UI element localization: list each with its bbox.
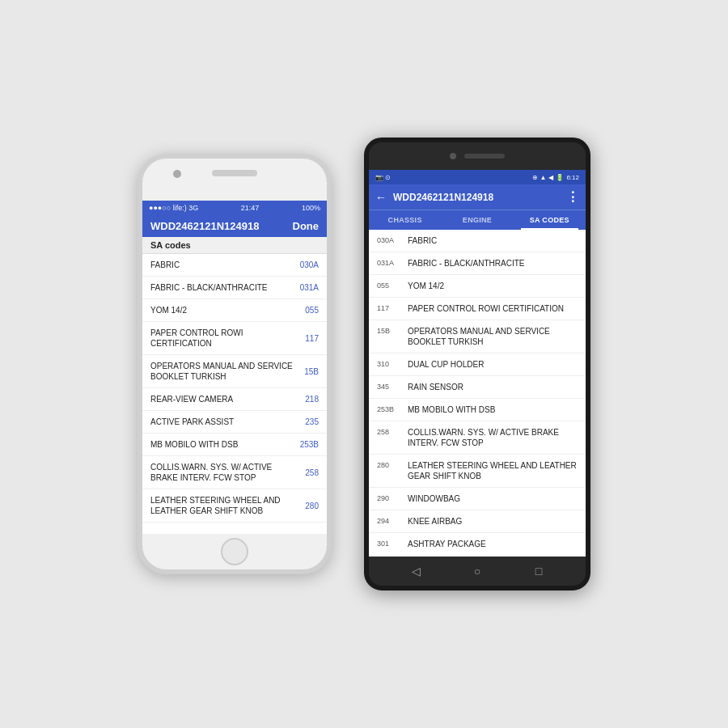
android-item-code: 031A <box>377 258 401 267</box>
android-list-item[interactable]: 290 WINDOWBAG <box>369 488 586 510</box>
android-list-item[interactable]: 030A FABRIC <box>369 230 586 252</box>
android-list-item[interactable]: 310 DUAL CUP HOLDER <box>369 353 586 376</box>
android-item-label: WINDOWBAG <box>408 493 460 504</box>
android-list-item[interactable]: 055 YOM 14/2 <box>369 275 586 298</box>
android-item-label: LEATHER STEERING WHEEL AND LEATHER GEAR … <box>408 460 578 481</box>
ios-item-label: COLLIS.WARN. SYS. W/ ACTIVE BRAKE INTERV… <box>150 462 305 483</box>
android-tab-chassis[interactable]: CHASSIS <box>369 210 441 230</box>
android-tab-sa-codes[interactable]: SA CODES <box>514 210 586 230</box>
android-screen: 📷 ⊙ ⊕ ▲ ◀ 🔋 6:12 ← WDD2462121N124918 ⋮ C… <box>369 170 586 557</box>
android-item-label: OPERATORS MANUAL AND SERVICE BOOKLET TUR… <box>408 326 578 347</box>
ios-item-label: LEATHER STEERING WHEEL AND LEATHER GEAR … <box>150 495 305 516</box>
android-list-item[interactable]: 031A FABRIC - BLACK/ANTHRACITE <box>369 252 586 275</box>
android-list-item[interactable]: 117 PAPER CONTROL ROWI CERTIFICATION <box>369 298 586 320</box>
ios-list-item[interactable]: FABRIC - BLACK/ANTHRACITE 031A <box>142 277 327 299</box>
ios-item-label: YOM 14/2 <box>150 305 305 315</box>
android-item-code: 345 <box>377 382 401 391</box>
android-back-button[interactable]: ← <box>375 191 387 204</box>
ios-top-bar <box>142 159 327 201</box>
ios-status-bar: ●●●○○ life:) 3G 21:47 100% <box>142 201 327 215</box>
android-item-code: 310 <box>377 359 401 368</box>
ios-list-item[interactable]: LEATHER STEERING WHEEL AND LEATHER GEAR … <box>142 489 327 523</box>
ios-done-button[interactable]: Done <box>293 220 320 232</box>
android-list-item[interactable]: 15B OPERATORS MANUAL AND SERVICE BOOKLET… <box>369 320 586 353</box>
ios-item-code: 280 <box>305 502 319 510</box>
ios-item-code: 218 <box>305 395 319 404</box>
android-item-code: 030A <box>377 235 401 244</box>
ios-item-code: 117 <box>305 334 319 343</box>
ios-header: WDD2462121N124918 Done <box>142 215 327 237</box>
android-time: 6:12 <box>566 174 579 181</box>
android-speaker <box>464 154 505 159</box>
android-back-nav[interactable]: ◁ <box>404 565 428 578</box>
android-item-code: 301 <box>377 539 401 548</box>
android-more-button[interactable]: ⋮ <box>566 189 579 205</box>
ios-time: 21:47 <box>241 204 260 212</box>
ios-list-item[interactable]: REAR-VIEW CAMERA 218 <box>142 388 327 411</box>
android-phone: 📷 ⊙ ⊕ ▲ ◀ 🔋 6:12 ← WDD2462121N124918 ⋮ C… <box>364 138 590 590</box>
ios-list-item[interactable]: YOM 14/2 055 <box>142 299 327 322</box>
android-item-label: RAIN SENSOR <box>408 382 463 392</box>
ios-item-label: FABRIC - BLACK/ANTHRACITE <box>150 282 300 293</box>
ios-list-item[interactable]: MB MOBILO WITH DSB 253B <box>142 434 327 456</box>
android-item-code: 117 <box>377 303 401 312</box>
android-item-label: DUAL CUP HOLDER <box>408 359 484 370</box>
ios-list: FABRIC 030A FABRIC - BLACK/ANTHRACITE 03… <box>142 254 327 534</box>
android-list-item[interactable]: 258 COLLIS.WARN. SYS. W/ ACTIVE BRAKE IN… <box>369 421 586 455</box>
android-item-label: PAPER CONTROL ROWI CERTIFICATION <box>408 303 564 314</box>
android-item-label: COLLIS.WARN. SYS. W/ ACTIVE BRAKE INTERV… <box>408 427 578 448</box>
ios-home-bar <box>142 534 327 569</box>
android-item-code: 294 <box>377 516 401 525</box>
android-item-code: 253B <box>377 404 401 413</box>
android-list-item[interactable]: 253B MB MOBILO WITH DSB <box>369 399 586 421</box>
ios-item-label: OPERATORS MANUAL AND SERVICE BOOKLET TUR… <box>150 361 304 382</box>
android-list-item[interactable]: 280 LEATHER STEERING WHEEL AND LEATHER G… <box>369 455 586 488</box>
android-item-code: 280 <box>377 460 401 469</box>
ios-item-label: FABRIC <box>150 260 300 270</box>
android-status-bar: 📷 ⊙ ⊕ ▲ ◀ 🔋 6:12 <box>369 170 586 184</box>
ios-section-header: SA codes <box>142 237 327 254</box>
ios-phone: ●●●○○ life:) 3G 21:47 100% WDD2462121N12… <box>138 154 332 574</box>
android-bottom-nav: ◁ ○ □ <box>369 557 586 586</box>
android-item-label: KNEE AIRBAG <box>408 516 462 527</box>
android-item-label: ASHTRAY PACKAGE <box>408 539 486 549</box>
android-tabs: CHASSISENGINESA CODES <box>369 210 586 230</box>
ios-item-code: 15B <box>304 367 319 376</box>
android-list-item[interactable]: 345 RAIN SENSOR <box>369 376 586 399</box>
android-item-label: MB MOBILO WITH DSB <box>408 404 495 415</box>
android-item-label: YOM 14/2 <box>408 281 444 291</box>
android-tab-engine[interactable]: ENGINE <box>441 210 513 230</box>
android-recent-nav[interactable]: □ <box>527 565 551 578</box>
android-item-code: 055 <box>377 281 401 290</box>
ios-item-code: 031A <box>300 283 319 292</box>
ios-list-item[interactable]: OPERATORS MANUAL AND SERVICE BOOKLET TUR… <box>142 355 327 388</box>
ios-item-code: 030A <box>300 260 319 269</box>
ios-list-item[interactable]: COLLIS.WARN. SYS. W/ ACTIVE BRAKE INTERV… <box>142 456 327 489</box>
android-header: ← WDD2462121N124918 ⋮ <box>369 184 586 210</box>
ios-list-item[interactable]: PAPER CONTROL ROWI CERTIFICATION 117 <box>142 322 327 355</box>
android-home-nav[interactable]: ○ <box>465 565 489 578</box>
ios-list-item[interactable]: FABRIC 030A <box>142 254 327 277</box>
ios-battery: 100% <box>302 204 320 212</box>
android-camera <box>450 153 456 159</box>
android-top-bezel <box>369 142 586 170</box>
ios-item-code: 055 <box>305 306 319 315</box>
ios-item-label: PAPER CONTROL ROWI CERTIFICATION <box>150 328 305 349</box>
android-item-code: 258 <box>377 427 401 436</box>
android-status-left: 📷 ⊙ <box>375 174 391 181</box>
android-item-label: FABRIC - BLACK/ANTHRACITE <box>408 258 524 269</box>
ios-screen: ●●●○○ life:) 3G 21:47 100% WDD2462121N12… <box>142 201 327 534</box>
android-list-item[interactable]: 294 KNEE AIRBAG <box>369 510 586 533</box>
ios-item-code: 258 <box>305 468 319 477</box>
ios-item-label: ACTIVE PARK ASSIST <box>150 417 305 427</box>
android-item-code: 15B <box>377 326 401 335</box>
android-list: 030A FABRIC 031A FABRIC - BLACK/ANTHRACI… <box>369 230 586 557</box>
android-item-code: 290 <box>377 493 401 502</box>
ios-item-code: 235 <box>305 417 319 426</box>
android-list-item[interactable]: 301 ASHTRAY PACKAGE <box>369 533 586 556</box>
ios-header-title: WDD2462121N124918 <box>150 220 259 232</box>
ios-home-button[interactable] <box>221 538 248 565</box>
ios-camera <box>173 170 181 178</box>
ios-item-label: REAR-VIEW CAMERA <box>150 394 305 404</box>
ios-list-item[interactable]: ACTIVE PARK ASSIST 235 <box>142 411 327 434</box>
